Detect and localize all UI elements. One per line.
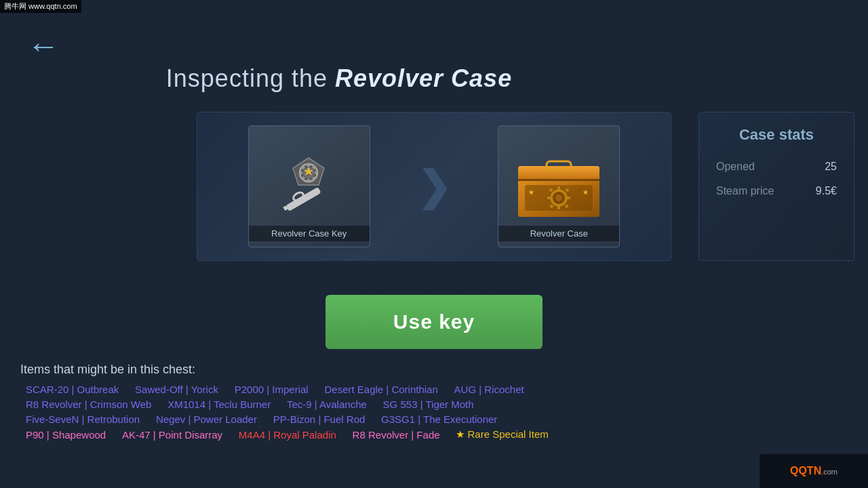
item-fiveseven[interactable]: Five-SeveN | Retrobution [20, 413, 145, 425]
watermark-text: 腾牛网 www.qqtn.com [0, 0, 81, 13]
inspection-panel: Revolver Case Key ❯ [197, 112, 671, 261]
item-tec9[interactable]: Tec-9 | Avalanche [281, 399, 372, 410]
svg-point-24 [555, 195, 562, 201]
item-sawedoff[interactable]: Sawed-Off | Yorick [130, 384, 224, 395]
items-row-1: SCAR-20 | Outbreak Sawed-Off | Yorick P2… [20, 384, 848, 395]
item-ppbizon[interactable]: PP-Bizon | Fuel Rod [268, 413, 371, 425]
stats-panel: Case stats Opened 25 Steam price 9.5€ [698, 112, 854, 261]
case-icon: ★ ★ [515, 151, 603, 222]
svg-rect-7 [307, 179, 310, 182]
items-row-2: R8 Revolver | Crimson Web XM1014 | Teclu… [20, 399, 848, 410]
opened-label: Opened [716, 161, 755, 173]
item-sg553[interactable]: SG 553 | Tiger Moth [378, 399, 479, 410]
title-suffix: Revolver Case [335, 64, 512, 92]
opened-row: Opened 25 [716, 161, 837, 173]
item-xm1014[interactable]: XM1014 | Teclu Burner [162, 399, 276, 410]
item-r8-fade[interactable]: R8 Revolver | Fade [347, 429, 446, 441]
svg-rect-20 [518, 179, 599, 181]
item-negev[interactable]: Negev | Power Loader [151, 413, 262, 425]
item-ak47[interactable]: AK-47 | Point Disarray [117, 429, 228, 441]
stats-title: Case stats [716, 126, 837, 144]
page-title: Inspecting the Revolver Case [0, 64, 678, 93]
arrow-icon: ❯ [417, 163, 451, 210]
items-section: Items that might be in this chest: SCAR-… [20, 363, 848, 444]
svg-rect-28 [567, 197, 570, 199]
price-row: Steam price 9.5€ [716, 185, 837, 197]
opened-value: 25 [825, 161, 837, 173]
key-icon [269, 152, 350, 220]
svg-rect-26 [557, 206, 560, 209]
item-p90[interactable]: P90 | Shapewood [20, 429, 111, 441]
title-prefix: Inspecting the [166, 64, 335, 92]
svg-rect-12 [285, 186, 321, 211]
items-heading: Items that might be in this chest: [20, 363, 848, 377]
svg-rect-3 [307, 164, 310, 167]
svg-rect-27 [547, 197, 551, 199]
svg-rect-25 [557, 186, 560, 190]
item-p2000[interactable]: P2000 | Imperial [229, 384, 314, 395]
price-label: Steam price [716, 185, 774, 197]
key-card: Revolver Case Key [248, 125, 370, 247]
price-value: 9.5€ [816, 185, 837, 197]
qqtn-logo: QQTN.com [790, 465, 837, 477]
item-m4a4[interactable]: M4A4 | Royal Paladin [233, 429, 342, 441]
item-deagle[interactable]: Desert Eagle | Corinthian [319, 384, 443, 395]
item-g3sg1[interactable]: G3SG1 | The Executioner [376, 413, 502, 425]
item-rare-special[interactable]: ★ Rare Special Item [450, 428, 553, 441]
back-button[interactable]: ← [27, 27, 60, 64]
item-r8-crimson[interactable]: R8 Revolver | Crimson Web [20, 399, 157, 410]
svg-text:★: ★ [528, 188, 534, 196]
qqtn-watermark: QQTN.com [760, 454, 868, 488]
case-card: ★ ★ Revolver Case [498, 125, 620, 247]
svg-text:★: ★ [583, 188, 589, 196]
key-label: Revolver Case Key [249, 226, 370, 241]
svg-rect-9 [300, 171, 302, 174]
item-scar20[interactable]: SCAR-20 | Outbreak [20, 384, 124, 395]
items-row-4: P90 | Shapewood AK-47 | Point Disarray M… [20, 428, 848, 441]
items-row-3: Five-SeveN | Retrobution Negev | Power L… [20, 413, 848, 425]
use-key-button[interactable]: Use key [326, 295, 542, 349]
item-aug[interactable]: AUG | Ricochet [449, 384, 530, 395]
svg-rect-5 [315, 171, 317, 174]
case-label: Revolver Case [498, 226, 619, 241]
